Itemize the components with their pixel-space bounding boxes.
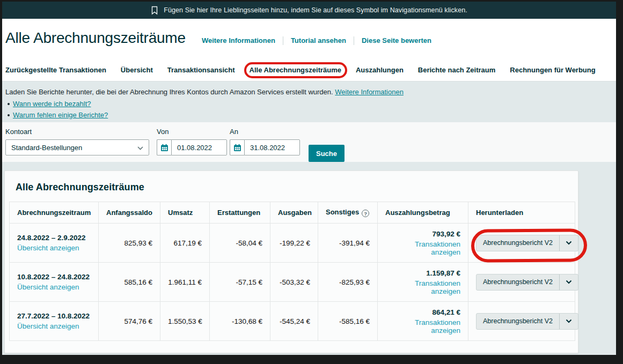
expenses-cell: -199,22 € [270,224,318,263]
download-cell: Abrechnungsbericht V2 [468,263,575,302]
card-title: Alle Abrechnungszeiträume [16,182,574,193]
settlement-periods-table: Abrechnungszeitraum Anfangssaldo Umsatz … [9,202,575,341]
account-type-select[interactable]: Standard-Bestellungen [5,139,149,155]
col-other: Sonstiges? [318,202,378,224]
table-row: 27.7.2022 – 10.8.2022 Übersicht anzeigen… [10,302,575,341]
link-missing-reports[interactable]: Warum fehlen einige Berichte? [13,111,108,119]
expenses-cell: -545,24 € [270,302,318,341]
table-row: 10.8.2022 – 24.8.2022 Übersicht anzeigen… [10,263,575,302]
opening-balance-cell: 825,93 € [99,224,160,263]
payout-cell: 793,92 € Transaktionen anzeigen [378,224,468,263]
banner-message: Fügen Sie hier Ihre Lieblingsseiten hinz… [164,6,467,14]
title-row: Alle Abrechnungszeiträume Weitere Inform… [2,19,616,47]
download-report-label: Abrechnungsbericht V2 [477,274,559,290]
period-cell: 24.8.2022 – 2.9.2022 Übersicht anzeigen [10,224,99,263]
download-report-button[interactable]: Abrechnungsbericht V2 [476,313,578,330]
chevron-down-icon[interactable] [559,274,578,290]
col-opening-balance: Anfangssaldo [99,202,160,224]
info-bullet-list: Wann werde ich bezahlt? Warum fehlen ein… [5,99,612,120]
tab-payouts[interactable]: Auszahlungen [356,66,404,74]
chevron-down-icon [137,144,143,152]
payments-tabs: Zurückgestellte Transaktionen Übersicht … [5,66,596,74]
download-report-button[interactable]: Abrechnungsbericht V2 [476,235,578,251]
transactions-link[interactable]: Transaktionen anzeigen [385,240,460,256]
period-range: 10.8.2022 – 24.8.2022 [17,273,91,281]
overview-link[interactable]: Übersicht anzeigen [17,244,79,252]
transactions-link[interactable]: Transaktionen anzeigen [385,318,460,335]
col-sales: Umsatz [160,202,210,224]
opening-balance-cell: 574,76 € [99,302,160,341]
tab-all-settlement-periods-label: Alle Abrechnungszeiträume [250,66,341,74]
bookmark-icon [151,6,158,15]
search-button[interactable]: Suche [309,145,345,162]
payout-cell: 1.159,87 € Transaktionen anzeigen [378,263,468,302]
calendar-icon[interactable] [230,139,244,155]
page: Fügen Sie hier Ihre Lieblingsseiten hinz… [2,2,616,355]
download-report-label: Abrechnungsbericht V2 [477,314,559,329]
tab-transaction-view[interactable]: Transaktionsansicht [167,66,235,74]
expenses-cell: -503,32 € [270,263,318,302]
account-type-label: Kontoart [5,128,149,136]
download-report-label: Abrechnungsbericht V2 [477,235,559,251]
col-settlement-period: Abrechnungszeitraum [10,202,99,224]
to-label: An [230,128,300,136]
calendar-icon[interactable] [157,139,171,155]
tab-reports-by-period[interactable]: Berichte nach Zeitraum [418,66,496,74]
help-icon[interactable]: ? [362,210,369,217]
filter-band: Kontoart Standard-Bestellungen Von An [2,122,616,162]
col-download: Herunterladen [468,202,575,224]
col-other-label: Sonstiges [326,208,359,216]
payout-amount: 864,21 € [385,308,460,316]
table-row: 24.8.2022 – 2.9.2022 Übersicht anzeigen … [10,224,575,263]
sales-cell: 1.961,11 € [160,263,210,302]
account-type-group: Kontoart Standard-Bestellungen [5,128,149,162]
favorites-banner: Fügen Sie hier Ihre Lieblingsseiten hinz… [2,2,616,19]
period-cell: 10.8.2022 – 24.8.2022 Übersicht anzeigen [10,263,99,302]
link-when-paid[interactable]: Wann werde ich bezahlt? [13,100,91,108]
payout-cell: 864,21 € Transaktionen anzeigen [378,302,468,341]
tab-deferred-transactions[interactable]: Zurückgestellte Transaktionen [5,66,106,74]
payout-amount: 793,92 € [385,230,460,238]
page-header: Alle Abrechnungszeiträume Weitere Inform… [2,19,616,81]
period-range: 27.7.2022 – 10.8.2022 [17,312,91,320]
opening-balance-cell: 585,16 € [99,263,160,302]
refunds-cell: -58,04 € [210,224,270,263]
other-cell: -391,94 € [318,224,378,263]
sales-cell: 617,19 € [160,224,210,263]
chevron-down-icon[interactable] [559,235,578,251]
main-content: Alle Abrechnungszeiträume Abrechnungszei… [2,162,616,355]
download-cell: Abrechnungsbericht V2 [468,224,575,263]
to-date-group: An [230,128,300,162]
refunds-cell: -57,15 € [210,263,270,302]
list-item: Warum fehlen einige Berichte? [5,110,612,120]
overview-link[interactable]: Übersicht anzeigen [17,283,79,291]
overview-link[interactable]: Übersicht anzeigen [17,322,79,330]
transactions-link[interactable]: Transaktionen anzeigen [385,279,460,295]
sales-cell: 1.550,53 € [160,302,210,341]
from-date-input[interactable] [171,139,227,155]
tab-all-settlement-periods[interactable]: Alle Abrechnungszeiträume [250,66,341,74]
info-more-link[interactable]: Weitere Informationen [335,88,404,96]
info-text-body: Laden Sie Berichte herunter, die bei der… [5,88,333,96]
tab-advertising-invoices[interactable]: Rechnungen für Werbung [510,66,595,74]
settlement-periods-card: Alle Abrechnungszeiträume Abrechnungszei… [4,170,578,353]
tab-overview[interactable]: Übersicht [121,66,153,74]
col-refunds: Erstattungen [210,202,270,224]
col-expenses: Ausgaben [270,202,318,224]
download-report-button[interactable]: Abrechnungsbericht V2 [476,274,578,291]
from-label: Von [157,128,227,136]
period-range: 24.8.2022 – 2.9.2022 [17,234,91,242]
link-rate-page[interactable]: Diese Seite bewerten [354,36,439,44]
page-title: Alle Abrechnungszeiträume [5,29,186,47]
chevron-down-icon[interactable] [559,314,578,329]
link-view-tutorial[interactable]: Tutorial ansehen [283,36,354,44]
payout-amount: 1.159,87 € [385,269,460,277]
to-date-input[interactable] [244,139,300,155]
to-date-control [230,139,300,155]
download-cell: Abrechnungsbericht V2 [468,302,575,341]
other-cell: -585,16 € [318,302,378,341]
other-cell: -825,93 € [318,263,378,302]
title-links: Weitere Informationen Tutorial ansehen D… [194,36,439,45]
table-header-row: Abrechnungszeitraum Anfangssaldo Umsatz … [10,202,575,224]
link-more-information[interactable]: Weitere Informationen [194,36,283,44]
